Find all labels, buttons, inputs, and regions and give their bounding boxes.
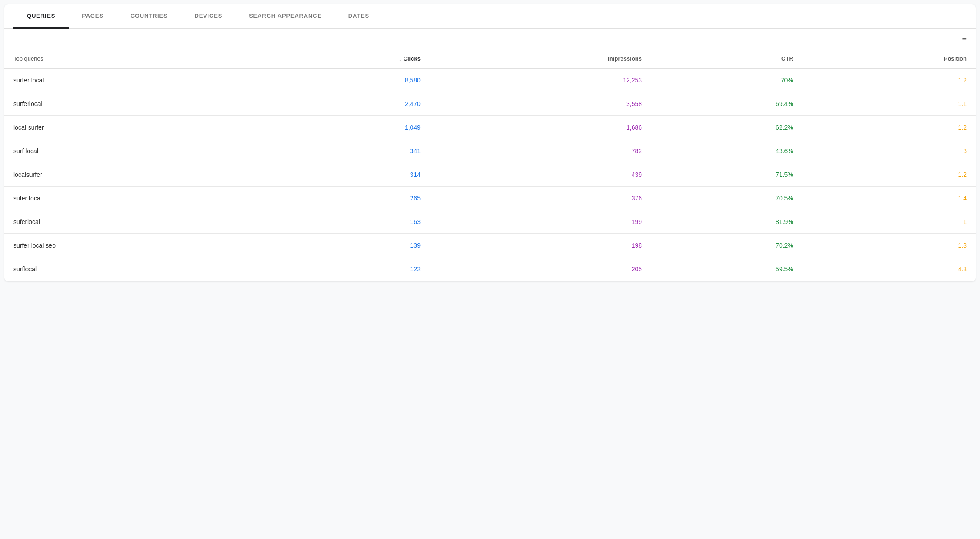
cell-clicks: 1,049 bbox=[261, 116, 429, 139]
cell-ctr: 81.9% bbox=[651, 210, 802, 234]
tab-bar: QUERIES PAGES COUNTRIES DEVICES SEARCH A… bbox=[4, 4, 976, 29]
cell-ctr: 70.2% bbox=[651, 234, 802, 257]
table-row: suferlocal16319981.9%1 bbox=[4, 210, 976, 234]
cell-impressions: 3,558 bbox=[429, 92, 651, 116]
tab-search-appearance[interactable]: SEARCH APPEARANCE bbox=[236, 4, 335, 29]
cell-impressions: 376 bbox=[429, 187, 651, 210]
tab-dates[interactable]: DATES bbox=[335, 4, 383, 29]
cell-position: 1.2 bbox=[802, 69, 976, 92]
table-row: local surfer1,0491,68662.2%1.2 bbox=[4, 116, 976, 139]
cell-clicks: 2,470 bbox=[261, 92, 429, 116]
col-header-query: Top queries bbox=[4, 49, 261, 69]
cell-query: surfer local bbox=[4, 69, 261, 92]
table-row: surfer local8,58012,25370%1.2 bbox=[4, 69, 976, 92]
cell-position: 1.2 bbox=[802, 116, 976, 139]
cell-position: 1.4 bbox=[802, 187, 976, 210]
cell-position: 1.3 bbox=[802, 234, 976, 257]
table-row: surfer local seo13919870.2%1.3 bbox=[4, 234, 976, 257]
table-row: surf local34178243.6%3 bbox=[4, 139, 976, 163]
col-header-clicks[interactable]: ↓Clicks bbox=[261, 49, 429, 69]
main-container: QUERIES PAGES COUNTRIES DEVICES SEARCH A… bbox=[4, 4, 976, 281]
tab-devices[interactable]: DEVICES bbox=[181, 4, 236, 29]
toolbar: ≡ bbox=[4, 29, 976, 49]
table-row: sufer local26537670.5%1.4 bbox=[4, 187, 976, 210]
cell-ctr: 59.5% bbox=[651, 257, 802, 281]
tab-queries[interactable]: QUERIES bbox=[13, 4, 69, 29]
cell-impressions: 198 bbox=[429, 234, 651, 257]
cell-ctr: 69.4% bbox=[651, 92, 802, 116]
cell-query: surferlocal bbox=[4, 92, 261, 116]
filter-icon[interactable]: ≡ bbox=[962, 34, 967, 43]
cell-ctr: 43.6% bbox=[651, 139, 802, 163]
cell-query: surf local bbox=[4, 139, 261, 163]
cell-ctr: 70% bbox=[651, 69, 802, 92]
sort-arrow-icon: ↓ bbox=[399, 55, 402, 62]
cell-ctr: 71.5% bbox=[651, 163, 802, 187]
cell-position: 1.2 bbox=[802, 163, 976, 187]
cell-position: 3 bbox=[802, 139, 976, 163]
table-row: surflocal12220559.5%4.3 bbox=[4, 257, 976, 281]
cell-clicks: 139 bbox=[261, 234, 429, 257]
cell-position: 1.1 bbox=[802, 92, 976, 116]
col-header-ctr[interactable]: CTR bbox=[651, 49, 802, 69]
cell-query: local surfer bbox=[4, 116, 261, 139]
table-header-row: Top queries ↓Clicks Impressions CTR Posi… bbox=[4, 49, 976, 69]
col-header-impressions[interactable]: Impressions bbox=[429, 49, 651, 69]
cell-clicks: 341 bbox=[261, 139, 429, 163]
cell-query: suferlocal bbox=[4, 210, 261, 234]
cell-ctr: 70.5% bbox=[651, 187, 802, 210]
table-row: localsurfer31443971.5%1.2 bbox=[4, 163, 976, 187]
cell-impressions: 1,686 bbox=[429, 116, 651, 139]
tab-pages[interactable]: PAGES bbox=[69, 4, 117, 29]
cell-query: surfer local seo bbox=[4, 234, 261, 257]
cell-impressions: 12,253 bbox=[429, 69, 651, 92]
table-row: surferlocal2,4703,55869.4%1.1 bbox=[4, 92, 976, 116]
cell-position: 4.3 bbox=[802, 257, 976, 281]
cell-ctr: 62.2% bbox=[651, 116, 802, 139]
cell-impressions: 199 bbox=[429, 210, 651, 234]
cell-query: localsurfer bbox=[4, 163, 261, 187]
cell-clicks: 8,580 bbox=[261, 69, 429, 92]
cell-query: sufer local bbox=[4, 187, 261, 210]
cell-clicks: 163 bbox=[261, 210, 429, 234]
cell-query: surflocal bbox=[4, 257, 261, 281]
cell-clicks: 265 bbox=[261, 187, 429, 210]
queries-table: Top queries ↓Clicks Impressions CTR Posi… bbox=[4, 49, 976, 281]
tab-countries[interactable]: COUNTRIES bbox=[117, 4, 181, 29]
col-header-position[interactable]: Position bbox=[802, 49, 976, 69]
cell-position: 1 bbox=[802, 210, 976, 234]
cell-impressions: 782 bbox=[429, 139, 651, 163]
cell-clicks: 122 bbox=[261, 257, 429, 281]
cell-impressions: 439 bbox=[429, 163, 651, 187]
cell-impressions: 205 bbox=[429, 257, 651, 281]
cell-clicks: 314 bbox=[261, 163, 429, 187]
